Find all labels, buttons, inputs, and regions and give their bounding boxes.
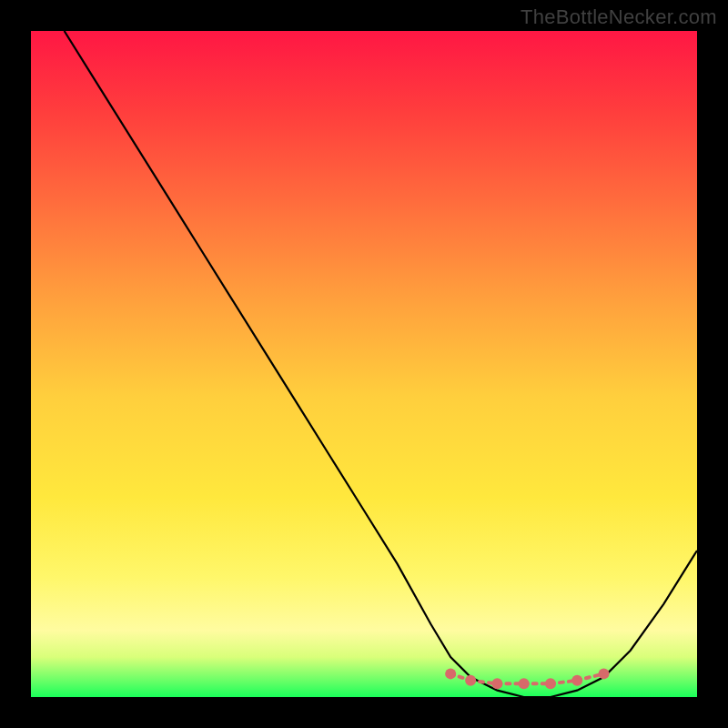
plot-area bbox=[31, 31, 697, 697]
marker-dot bbox=[599, 668, 610, 679]
chart-container: TheBottleNecker.com bbox=[0, 0, 728, 728]
bottleneck-curve bbox=[65, 31, 697, 697]
curve-layer bbox=[31, 31, 697, 697]
watermark-text: TheBottleNecker.com bbox=[521, 5, 717, 29]
